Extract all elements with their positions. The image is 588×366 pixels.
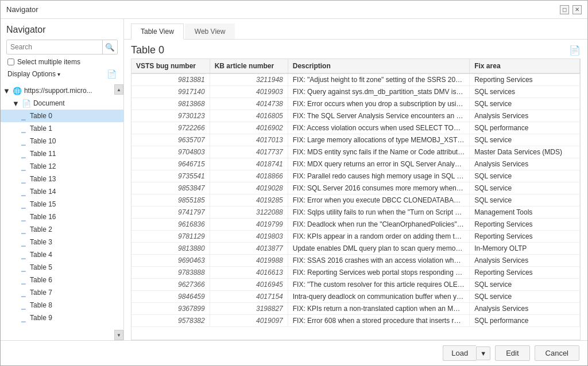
tree-area: ▼ 🌐 https://support.micro... ▼ 📄 Documen… xyxy=(1,84,123,340)
cell-fix: Analysis Services xyxy=(470,303,580,315)
load-button-group: Load ▼ xyxy=(443,345,490,361)
table-row[interactable]: 9741797 3122088 FIX: Sqlps utility fails… xyxy=(131,207,580,219)
table-row[interactable]: 9846459 4017154 Intra-query deadlock on … xyxy=(131,291,580,303)
table-row[interactable]: 9704803 4017737 FIX: MDS entity sync fai… xyxy=(131,146,580,158)
table-row[interactable]: 9690463 4019988 FIX: SSAS 2016 crashes w… xyxy=(131,255,580,267)
col-desc: Description xyxy=(288,59,469,73)
load-button[interactable]: Load xyxy=(443,345,476,361)
close-button[interactable]: ✕ xyxy=(572,5,582,14)
cancel-button[interactable]: Cancel xyxy=(535,345,579,361)
tree-table-label: Table 13 xyxy=(28,175,56,183)
tree-table-label: Table 11 xyxy=(28,150,56,158)
cell-kb: 4016945 xyxy=(210,279,288,291)
cell-description: FIX: Sqlps utility fails to run when the… xyxy=(288,207,469,219)
tab-web-view[interactable]: Web View xyxy=(185,24,235,39)
tree-table-item[interactable]: ⎯ Table 6 xyxy=(1,274,123,286)
table-row[interactable]: 9635707 4017013 FIX: Large memory alloca… xyxy=(131,134,580,146)
table-row[interactable]: 9783888 4016613 FIX: Reporting Services … xyxy=(131,267,580,279)
table-title: Table 0 xyxy=(131,44,164,56)
sidebar-export-icon[interactable]: 📄 xyxy=(107,69,117,79)
cell-kb: 4014738 xyxy=(210,98,288,110)
tree-table-item[interactable]: ⎯ Table 9 xyxy=(1,312,123,324)
table-row[interactable]: 9813880 4013877 Update enables DML query… xyxy=(131,243,580,255)
tree-table-item[interactable]: ⎯ Table 0 xyxy=(1,110,123,122)
table-header-row: Table 0 📄 xyxy=(124,40,587,59)
cell-vsts: 9783888 xyxy=(131,267,210,279)
sidebar-scroll-up-button[interactable]: ▲ xyxy=(114,84,123,95)
load-dropdown-button[interactable]: ▼ xyxy=(476,346,490,360)
select-multiple-checkbox[interactable] xyxy=(7,59,14,65)
tree-table-label: Table 10 xyxy=(28,137,56,145)
data-table: VSTS bug number KB article number Descri… xyxy=(131,59,580,327)
tree-table-item[interactable]: ⎯ Table 14 xyxy=(1,185,123,198)
sidebar-scroll-down-button[interactable]: ▼ xyxy=(114,330,123,340)
cell-kb: 4016805 xyxy=(210,110,288,122)
cell-kb: 3211948 xyxy=(210,73,288,86)
table-row[interactable]: 9917140 4019903 FIX: Query against sys.d… xyxy=(131,86,580,98)
cell-fix: Reporting Services xyxy=(470,267,580,279)
table-row[interactable]: 9855185 4019285 FIX: Error when you exec… xyxy=(131,194,580,207)
display-options-button[interactable]: Display Options xyxy=(7,70,60,78)
cell-fix: Analysis Services xyxy=(470,158,580,170)
search-button[interactable]: 🔍 xyxy=(102,40,117,54)
cell-fix: SQL performance xyxy=(470,315,580,327)
table-row[interactable]: 9646715 4018741 FIX: MDX query returns a… xyxy=(131,158,580,170)
tab-table-view[interactable]: Table View xyxy=(131,24,184,40)
table-icon: ⎯ xyxy=(21,124,26,133)
tree-table-item[interactable]: ⎯ Table 11 xyxy=(1,147,123,160)
cell-vsts: 9813880 xyxy=(131,243,210,255)
tree-table-item[interactable]: ⎯ Table 4 xyxy=(1,248,123,261)
table-icon: ⎯ xyxy=(21,314,26,322)
table-icon: ⎯ xyxy=(21,150,26,158)
tree-table-item[interactable]: ⎯ Table 13 xyxy=(1,173,123,185)
tree-table-label: Table 3 xyxy=(28,238,52,246)
tree-table-item[interactable]: ⎯ Table 16 xyxy=(1,211,123,223)
table-row[interactable]: 9367899 3198827 FIX: KPIs return a non-t… xyxy=(131,303,580,315)
tree-table-item[interactable]: ⎯ Table 5 xyxy=(1,261,123,274)
table-row[interactable]: 9578382 4019097 FIX: Error 608 when a st… xyxy=(131,315,580,327)
cell-fix: SQL service xyxy=(470,134,580,146)
table-row[interactable]: 9735541 4018866 FIX: Parallel redo cause… xyxy=(131,170,580,182)
select-multiple-row: Select multiple items xyxy=(6,58,118,66)
cell-vsts: 9646715 xyxy=(131,158,210,170)
table-row[interactable]: 9627366 4016945 FIX: "The custom resolve… xyxy=(131,279,580,291)
cell-fix: Reporting Services xyxy=(470,231,580,243)
data-table-container[interactable]: VSTS bug number KB article number Descri… xyxy=(131,59,581,340)
table-row[interactable]: 9853847 4019028 FIX: SQL Server 2016 con… xyxy=(131,182,580,194)
table-icon: ⎯ xyxy=(21,162,26,171)
tree-table-item[interactable]: ⎯ Table 1 xyxy=(1,122,123,135)
tree-table-item[interactable]: ⎯ Table 10 xyxy=(1,135,123,147)
cell-fix: SQL service xyxy=(470,194,580,207)
tree-document-item[interactable]: ▼ 📄 Document xyxy=(1,97,123,110)
tree-table-item[interactable]: ⎯ Table 12 xyxy=(1,160,123,173)
table-row[interactable]: 9616836 4019799 FIX: Deadlock when run t… xyxy=(131,219,580,231)
table-row[interactable]: 9781129 4019803 FIX: KPIs appear in a ra… xyxy=(131,231,580,243)
cell-description: Update enables DML query plan to scan qu… xyxy=(288,243,469,255)
cell-description: FIX: MDS entity sync fails if the Name o… xyxy=(288,146,469,158)
restore-button[interactable]: ◻ xyxy=(560,5,569,14)
table-row[interactable]: 9722266 4016902 FIX: Access violation oc… xyxy=(131,122,580,134)
table-row[interactable]: 9813868 4014738 FIX: Error occurs when y… xyxy=(131,98,580,110)
cell-vsts: 9690463 xyxy=(131,255,210,267)
cell-fix: SQL service xyxy=(470,291,580,303)
sidebar: Navigator 🔍 Select multiple items Displa… xyxy=(1,19,124,340)
search-input[interactable] xyxy=(7,41,102,53)
table-row[interactable]: 9730123 4016805 FIX: The SQL Server Anal… xyxy=(131,110,580,122)
edit-button[interactable]: Edit xyxy=(495,345,529,361)
cell-kb: 4016902 xyxy=(210,122,288,134)
cell-description: FIX: Access violation occurs when used S… xyxy=(288,122,469,134)
cell-kb: 4019903 xyxy=(210,86,288,98)
tree-table-item[interactable]: ⎯ Table 8 xyxy=(1,299,123,312)
cell-vsts: 9813881 xyxy=(131,73,210,86)
cell-description: FIX: "The custom resolver for this artic… xyxy=(288,279,469,291)
table-row[interactable]: 9813881 3211948 FIX: "Adjust height to f… xyxy=(131,73,580,86)
tree-table-item[interactable]: ⎯ Table 2 xyxy=(1,223,123,236)
tree-table-item[interactable]: ⎯ Table 15 xyxy=(1,198,123,211)
tree-table-item[interactable]: ⎯ Table 3 xyxy=(1,236,123,248)
cell-description: FIX: SSAS 2016 crashes with an access vi… xyxy=(288,255,469,267)
tree-root-item[interactable]: ▼ 🌐 https://support.micro... xyxy=(1,84,123,97)
table-export-icon[interactable]: 📄 xyxy=(569,45,581,56)
cell-kb: 4019988 xyxy=(210,255,288,267)
tree-table-label: Table 4 xyxy=(28,251,52,259)
tree-table-item[interactable]: ⎯ Table 7 xyxy=(1,286,123,299)
